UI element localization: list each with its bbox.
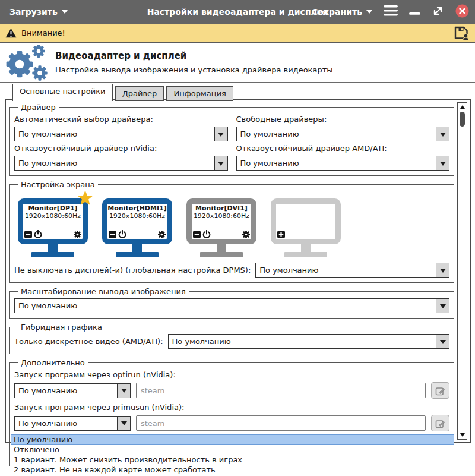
failsafe-nvidia-select[interactable]: По умолчанию — [14, 156, 228, 171]
menu-button[interactable] — [384, 5, 398, 18]
primusrun-label: Запуск программ через primusun (nVidia): — [14, 403, 449, 412]
monitor-settings-icon[interactable] — [242, 231, 250, 238]
dropdown-option-variant2[interactable]: 2 вариант. Не на каждой карте может сраб… — [11, 465, 454, 475]
warning-icon — [5, 28, 17, 38]
dropdown-option-variant1[interactable]: 1 вариант. Может снизить производительно… — [11, 455, 454, 465]
monitor-remove-icon[interactable] — [193, 231, 201, 238]
monitor-resolution: 1920x1080:60Hz — [23, 212, 83, 220]
close-button[interactable] — [455, 4, 469, 20]
dropdown-arrow-icon — [117, 384, 130, 398]
discrete-video-select[interactable]: По умолчанию — [168, 334, 449, 349]
save-file-icon — [454, 25, 470, 40]
monitor-power-icon[interactable] — [34, 230, 42, 238]
dropdown-arrow-icon — [436, 156, 449, 170]
free-driver-label: Свободные драйверы: — [236, 115, 450, 124]
load-button-label: Загрузить — [10, 7, 58, 17]
free-driver-select[interactable]: По умолчанию — [236, 127, 450, 141]
dropdown-arrow-icon — [117, 417, 130, 430]
dpms-label: Не выключать дисплей(-и) (глобальная нас… — [14, 266, 251, 275]
monitor-name: Monitor[DVI1] — [192, 204, 251, 212]
group-screen: Настройка экрана Monitor[DP1] 1920x1080:… — [10, 180, 454, 283]
dpms-select[interactable]: По умолчанию — [255, 263, 449, 278]
page-title: Видеоадаптер и дисплей — [55, 51, 333, 61]
discrete-video-label: Только дискретное видео (AMD/ATI): — [14, 337, 163, 346]
monitor-power-icon[interactable] — [202, 230, 211, 238]
edit-icon — [435, 386, 445, 396]
failsafe-amd-value: По умолчанию — [237, 156, 436, 170]
page-subtitle: Настройка вывода изображения и установка… — [55, 65, 333, 74]
resize-button[interactable] — [432, 5, 444, 20]
warning-text: Внимание! — [21, 29, 65, 37]
save-caret-icon — [366, 10, 372, 17]
tabbar: Основные настройки Драйвер Информация — [0, 84, 233, 100]
resize-icon — [432, 5, 444, 17]
dropdown-option-disabled[interactable]: Отключено — [11, 445, 454, 455]
monitor-dp1[interactable]: Monitor[DP1] 1920x1080:60Hz — [18, 198, 88, 257]
primusrun-select[interactable]: По умолчанию — [14, 416, 131, 431]
monitor-add-slot[interactable] — [271, 198, 341, 257]
dropdown-arrow-icon — [214, 127, 227, 141]
scaling-select[interactable]: По умолчанию — [14, 298, 449, 313]
monitor-remove-icon[interactable] — [24, 231, 32, 238]
monitor-resolution: 1920x1080:60Hz — [192, 212, 251, 220]
monitor-remove-icon[interactable] — [109, 231, 116, 238]
titlebar: Загрузить Настройки видеоадаптера и дисп… — [0, 0, 475, 24]
monitor-dvi1[interactable]: Monitor[DVI1] 1920x1080:60Hz — [186, 198, 256, 257]
save-button[interactable]: Сохранить — [312, 7, 372, 17]
minimize-button[interactable] — [409, 7, 420, 18]
edit-icon — [435, 418, 445, 428]
optirun-select[interactable]: По умолчанию — [14, 383, 131, 398]
monitor-power-icon[interactable] — [118, 230, 126, 238]
menu-icon — [384, 5, 398, 16]
load-caret-icon — [62, 10, 68, 17]
monitor-name: Monitor[HDMI1] — [107, 204, 167, 212]
group-hybrid: Гибридная графика Только дискретное виде… — [10, 323, 454, 354]
group-scaling-legend: Масштабирование вывода изображения — [18, 287, 189, 296]
auto-driver-select[interactable]: По умолчанию — [14, 127, 228, 141]
settings-content: Драйвер Автоматический выбор драйвера: П… — [10, 103, 454, 471]
dropdown-option-default[interactable]: По умолчанию — [11, 434, 454, 445]
tab-driver[interactable]: Драйвер — [115, 86, 164, 101]
monitor-resolution: 1920x1080:60Hz — [107, 212, 167, 220]
dropdown-arrow-icon — [436, 335, 449, 348]
warning-bar: Внимание! — [0, 24, 475, 43]
tearfix-dropdown-list: По умолчанию Отключено 1 вариант. Может … — [11, 434, 454, 475]
monitor-settings-icon[interactable] — [74, 231, 81, 238]
main-panel: Драйвер Автоматический выбор драйвера: П… — [5, 99, 471, 443]
monitor-list: Monitor[DP1] 1920x1080:60Hz — [14, 190, 449, 257]
optirun-value: По умолчанию — [15, 384, 117, 398]
app-window: { "titlebar": { "load_label": "Загрузить… — [0, 0, 475, 476]
optirun-edit-button[interactable] — [431, 382, 449, 399]
scroll-down-button[interactable] — [458, 431, 467, 439]
dropdown-arrow-icon — [436, 263, 449, 277]
tab-info[interactable]: Информация — [166, 86, 233, 101]
auto-driver-value: По умолчанию — [15, 127, 214, 141]
monitor-hdmi1[interactable]: Monitor[HDMI1] 1920x1080:60Hz — [102, 198, 172, 257]
group-advanced-legend: Дополнительно — [18, 358, 88, 367]
save-button-label: Сохранить — [312, 7, 362, 17]
failsafe-amd-select[interactable]: По умолчанию — [236, 156, 450, 171]
save-as-admin-button[interactable] — [454, 25, 470, 40]
primusrun-app-input[interactable] — [136, 415, 426, 431]
gears-icon — [3, 43, 49, 81]
close-icon — [455, 4, 469, 18]
group-driver-legend: Драйвер — [18, 103, 59, 112]
monitor-settings-icon[interactable] — [158, 231, 166, 238]
primusrun-edit-button[interactable] — [431, 415, 449, 431]
tab-main-settings[interactable]: Основные настройки — [12, 84, 113, 101]
scroll-up-button[interactable] — [458, 103, 467, 111]
scrollbar-thumb[interactable] — [460, 112, 465, 127]
group-scaling: Масштабирование вывода изображения По ум… — [10, 287, 454, 319]
load-button[interactable]: Загрузить — [0, 7, 68, 17]
dpms-value: По умолчанию — [256, 263, 436, 277]
optirun-app-input[interactable] — [136, 383, 426, 398]
dropdown-arrow-icon — [436, 299, 449, 313]
optirun-label: Запуск программ через optirun (nVidia): — [14, 370, 449, 379]
monitor-add-icon[interactable] — [277, 231, 285, 238]
dropdown-arrow-icon — [214, 156, 227, 170]
group-hybrid-legend: Гибридная графика — [18, 323, 105, 332]
page-header: Видеоадаптер и дисплей Настройка вывода … — [0, 43, 475, 83]
failsafe-nvidia-value: По умолчанию — [15, 156, 214, 170]
scroll-up-icon — [460, 103, 465, 109]
vertical-scrollbar[interactable] — [457, 102, 467, 440]
